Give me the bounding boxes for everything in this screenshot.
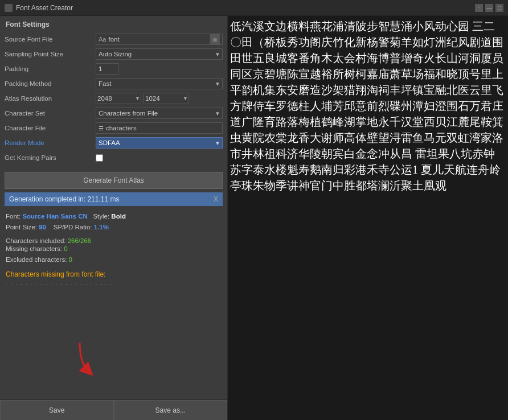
chars-included-value: 266/266 (68, 237, 92, 244)
packing-method-wrapper: Fast Optimum ▼ (96, 78, 223, 89)
excluded-chars-label: Excluded characters: (6, 256, 67, 263)
render-mode-row: Render Mode SDFAA SDF8 SDF16 SDF32 Bitma… (0, 135, 227, 150)
kerning-pairs-checkbox[interactable] (96, 154, 103, 162)
font-info-line: Font: Source Han Sans CN Style: Bold (6, 212, 222, 221)
font-asset-creator-window: Font Asset Creator ⋮ — □ Font Settings S… (0, 0, 508, 420)
title-bar: Font Asset Creator ⋮ — □ (0, 0, 508, 16)
kerning-checkbox-wrapper (96, 154, 223, 162)
title-bar-left: Font Asset Creator (5, 4, 73, 12)
atlas-resolution-wrapper: 256 512 1024 2048 4096 ▼ 256 512 (96, 93, 223, 104)
point-size-label: Point Size: (6, 224, 37, 230)
window-controls: ⋮ — □ (475, 4, 503, 12)
missing-chars-value: 0 (64, 245, 67, 252)
character-set-wrapper: ASCII Extended ASCII Characters from Fil… (96, 108, 223, 119)
sp-pd-value: 1.1% (94, 224, 109, 230)
point-size-value: 90 (39, 224, 46, 230)
character-file-icon: ☰ (99, 125, 104, 131)
sampling-point-size-row: Sampling Point Size Auto Sizing 8 12 14 … (0, 47, 227, 61)
source-font-value-text: font (108, 36, 207, 43)
packing-method-row: Packing Method Fast Optimum ▼ (0, 76, 227, 91)
render-mode-label: Render Mode (5, 139, 96, 146)
chars-included-label: Characters included: (6, 237, 65, 244)
bottom-buttons: Save Save as... (0, 400, 227, 420)
sampling-point-size-label: Sampling Point Size (5, 51, 96, 57)
packing-method-label: Packing Method (5, 80, 96, 87)
save-as-button[interactable]: Save as... (114, 400, 228, 420)
kerning-pairs-row: Get Kerning Pairs (0, 150, 227, 165)
section-title: Font Settings (0, 16, 227, 32)
padding-label: Padding (5, 65, 96, 72)
excluded-chars-line: Excluded characters: 0 (6, 255, 222, 265)
generate-font-atlas-button[interactable]: Generate Font Atlas (5, 172, 223, 189)
right-panel: 低汽溪文边横料燕花浦清陂步智慧涌小风动心园 三二〇田（桥板秀功阁庆竹化新杨警菊羊… (228, 16, 508, 420)
app-icon (5, 4, 13, 12)
maximize-button[interactable]: □ (495, 4, 503, 12)
missing-chars-label: Missing characters: (6, 245, 62, 252)
generation-status-bar: Generation completed in: 211.11 ms X (5, 192, 223, 206)
font-style: Bold (111, 213, 126, 220)
character-file-label: Character File (5, 125, 96, 131)
save-button[interactable]: Save (0, 400, 114, 420)
form-area: Source Font File Aa font ◎ Sampling Poin… (0, 32, 227, 167)
atlas-resolution-label: Atlas Resolution (5, 95, 96, 102)
source-font-label: Source Font File (5, 36, 96, 43)
padding-row: Padding (0, 61, 227, 76)
source-font-row: Source Font File Aa font ◎ (0, 32, 227, 47)
generation-status-text: Generation completed in: 211.11 ms (9, 195, 119, 203)
source-font-aa-icon: Aa (99, 36, 106, 43)
generation-close-button[interactable]: X (214, 195, 218, 203)
sampling-point-size-wrapper: Auto Sizing 8 12 14 16 ▼ (96, 48, 223, 60)
main-content: Font Settings Source Font File Aa font ◎… (0, 16, 508, 420)
chars-included-line: Characters included: 266/266 (6, 237, 222, 244)
packing-method-select[interactable]: Fast Optimum (96, 78, 223, 89)
missing-chars-line: Missing characters: 0 (6, 244, 222, 254)
character-set-label: Character Set (5, 110, 96, 117)
atlas-height-select[interactable]: 256 512 1024 2048 4096 (144, 93, 189, 104)
window-title: Font Asset Creator (16, 4, 73, 12)
character-file-field: ☰ characters (96, 122, 223, 134)
results-area: Font: Source Han Sans CN Style: Bold Poi… (0, 207, 227, 400)
source-font-browse-btn[interactable]: ◎ (210, 34, 220, 44)
render-mode-select[interactable]: SDFAA SDF8 SDF16 SDF32 Bitmap (96, 137, 223, 149)
atlas-width-select[interactable]: 256 512 1024 2048 4096 (96, 93, 141, 104)
size-info-line: Point Size: 90 SP/PD Ratio: 1.1% (6, 223, 222, 232)
padding-input[interactable] (96, 63, 118, 75)
render-mode-wrapper: SDFAA SDF8 SDF16 SDF32 Bitmap ▼ (96, 137, 223, 149)
sampling-point-size-select[interactable]: Auto Sizing 8 12 14 16 (96, 48, 223, 60)
font-preview: 低汽溪文边横料燕花浦清陂步智慧涌小风动心园 三二〇田（桥板秀功阁庆竹化新杨警菊羊… (228, 16, 508, 420)
left-panel: Font Settings Source Font File Aa font ◎… (0, 16, 228, 420)
dashes-line: - - - - - - - - - - - - - - - - - - - - … (6, 281, 222, 287)
minimize-button[interactable]: — (485, 4, 493, 12)
menu-button[interactable]: ⋮ (475, 4, 483, 12)
character-file-row: Character File ☰ characters (0, 121, 227, 135)
excluded-chars-value: 0 (69, 256, 72, 263)
atlas-resolution-row: Atlas Resolution 256 512 1024 2048 4096 … (0, 91, 227, 106)
character-set-row: Character Set ASCII Extended ASCII Chara… (0, 106, 227, 121)
font-name: Source Han Sans CN (22, 213, 87, 220)
kerning-pairs-label: Get Kerning Pairs (5, 154, 96, 161)
character-file-value: characters (106, 125, 137, 131)
missing-from-font-title: Characters missing from font file: (6, 270, 222, 278)
sp-pd-label: SP/PD Ratio: (54, 224, 92, 230)
character-set-select[interactable]: ASCII Extended ASCII Characters from Fil… (96, 108, 223, 119)
source-font-field: Aa font ◎ (96, 34, 223, 45)
